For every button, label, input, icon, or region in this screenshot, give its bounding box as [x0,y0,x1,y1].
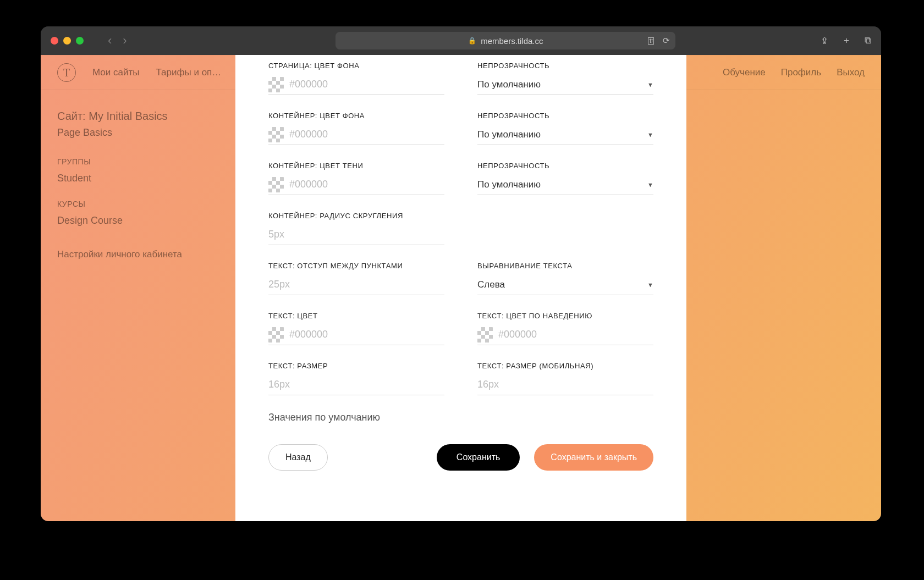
select-container-shadow-opacity[interactable]: По умолчанию ▼ [477,174,653,195]
input-page-bg-color[interactable] [289,79,444,90]
label-text-align: ВЫРАВНИВАНИЕ ТЕКСТА [477,262,653,270]
bg-course-design[interactable]: Design Course [57,215,184,227]
save-button[interactable]: Сохранить [437,444,520,471]
chevron-down-icon: ▼ [647,131,653,138]
field-page-bg-color [268,74,444,95]
minimize-window-button[interactable] [63,37,71,45]
label-text-color: ТЕКСТ: ЦВЕТ [268,312,444,320]
label-page-bg-color: СТРАНИЦА: ЦВЕТ ФОНА [268,62,444,70]
input-text-size[interactable] [268,379,444,390]
bg-sidebar: Сайт: My Initial Basics Page Basics ГРУП… [57,110,184,261]
label-container-shadow-opacity: НЕПРОЗРАЧНОСТЬ [477,162,653,170]
color-swatch[interactable] [268,127,284,142]
lock-icon: 🔒 [468,37,476,45]
browser-window: ‹ › 🔒 members.tilda.cc 🈂 ⟳ ⇪ + ⧉ T Мои с… [41,26,881,521]
color-swatch[interactable] [268,177,284,192]
input-container-shadow-color[interactable] [289,179,444,190]
save-close-button[interactable]: Сохранить и закрыть [534,444,653,471]
reload-icon[interactable]: ⟳ [663,36,670,46]
color-swatch[interactable] [268,77,284,92]
input-text-color[interactable] [289,329,444,340]
url-text: members.tilda.cc [481,36,543,46]
input-text-size-mobile[interactable] [477,379,653,390]
close-window-button[interactable] [51,37,58,45]
back-button[interactable]: Назад [268,444,328,471]
bg-site-title: Сайт: My Initial Basics [57,110,184,123]
defaults-link[interactable]: Значения по умолчанию [268,412,653,423]
label-text-size-mobile: ТЕКСТ: РАЗМЕР (МОБИЛЬНАЯ) [477,362,653,370]
new-tab-icon[interactable]: + [844,35,849,47]
label-container-shadow-color: КОНТЕЙНЕР: ЦВЕТ ТЕНИ [268,162,444,170]
chevron-down-icon: ▼ [647,281,653,288]
nav-arrows: ‹ › [108,34,127,48]
select-text-align[interactable]: Слева ▼ [477,274,653,295]
input-container-bg-color[interactable] [289,129,444,140]
label-text-size: ТЕКСТ: РАЗМЕР [268,362,444,370]
label-container-radius: КОНТЕЙНЕР: РАДИУС СКРУГЛЕНИЯ [268,212,444,220]
titlebar-actions: ⇪ + ⧉ [821,35,871,47]
color-swatch[interactable] [268,327,284,343]
chevron-down-icon: ▼ [647,81,653,88]
content-area: T Мои сайты Тарифы и оп… Обучение Профил… [41,55,881,521]
nav-logout[interactable]: Выход [837,67,865,78]
bg-cabinet-settings[interactable]: Настройки личного кабинета [57,248,184,261]
window-controls [51,37,84,45]
color-swatch[interactable] [477,327,493,343]
label-container-bg-color: КОНТЕЙНЕР: ЦВЕТ ФОНА [268,112,444,120]
settings-modal: СТРАНИЦА: ЦВЕТ ФОНА НЕПРОЗРАЧНОСТЬ По ум… [235,55,686,521]
nav-pricing[interactable]: Тарифы и оп… [156,67,221,78]
input-text-hover-color[interactable] [498,329,653,340]
nav-forward-button[interactable]: › [123,34,127,48]
field-container-shadow-color [268,174,444,195]
tabs-overview-icon[interactable]: ⧉ [865,35,871,47]
label-text-hover-color: ТЕКСТ: ЦВЕТ ПО НАВЕДЕНИЮ [477,312,653,320]
titlebar: ‹ › 🔒 members.tilda.cc 🈂 ⟳ ⇪ + ⧉ [41,26,881,55]
label-text-gap: ТЕКСТ: ОТСТУП МЕЖДУ ПУНКТАМИ [268,262,444,270]
bg-courses-label: КУРСЫ [57,200,184,208]
field-container-bg-color [268,124,444,145]
nav-back-button[interactable]: ‹ [108,34,112,48]
field-text-color [268,324,444,345]
label-container-bg-opacity: НЕПРОЗРАЧНОСТЬ [477,112,653,120]
modal-footer: Назад Сохранить Сохранить и закрыть [268,444,653,471]
site-logo: T [57,63,76,82]
chevron-down-icon: ▼ [647,181,653,188]
select-container-bg-opacity[interactable]: По умолчанию ▼ [477,124,653,145]
translate-icon[interactable]: 🈂 [647,36,655,46]
fullscreen-window-button[interactable] [76,37,84,45]
nav-learning[interactable]: Обучение [723,67,766,78]
input-text-gap[interactable] [268,279,444,290]
bg-groups-label: ГРУППЫ [57,157,184,166]
share-icon[interactable]: ⇪ [821,35,828,47]
field-text-hover-color [477,324,653,345]
input-container-radius[interactable] [268,229,444,240]
nav-my-sites[interactable]: Мои сайты [92,67,139,78]
url-bar[interactable]: 🔒 members.tilda.cc 🈂 ⟳ [336,32,675,49]
select-page-bg-opacity[interactable]: По умолчанию ▼ [477,74,653,95]
nav-profile[interactable]: Профиль [781,67,821,78]
bg-page-title: Page Basics [57,127,184,139]
bg-group-student[interactable]: Student [57,173,184,184]
label-page-bg-opacity: НЕПРОЗРАЧНОСТЬ [477,62,653,70]
